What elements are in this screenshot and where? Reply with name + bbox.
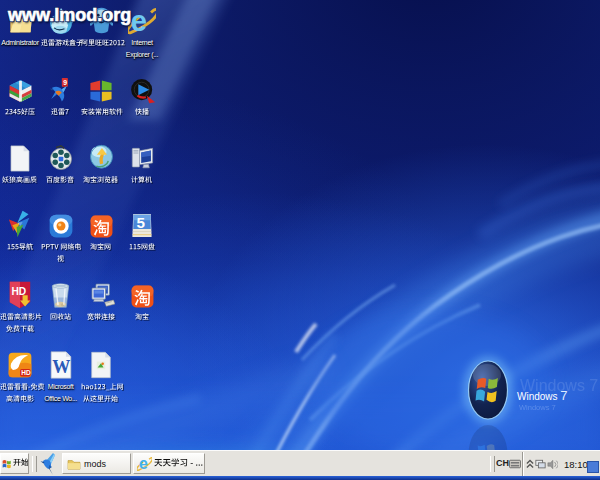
svg-text:HD: HD (11, 286, 26, 297)
svg-text:HD: HD (21, 369, 31, 376)
svg-text:Windows 7: Windows 7 (517, 388, 568, 403)
svg-text:W: W (52, 357, 70, 377)
svg-text:e: e (130, 5, 146, 35)
svg-text:5: 5 (136, 214, 145, 231)
svg-text:e: e (139, 455, 148, 472)
svg-text:9: 9 (63, 79, 67, 86)
svg-text:Windows 7: Windows 7 (519, 403, 556, 412)
